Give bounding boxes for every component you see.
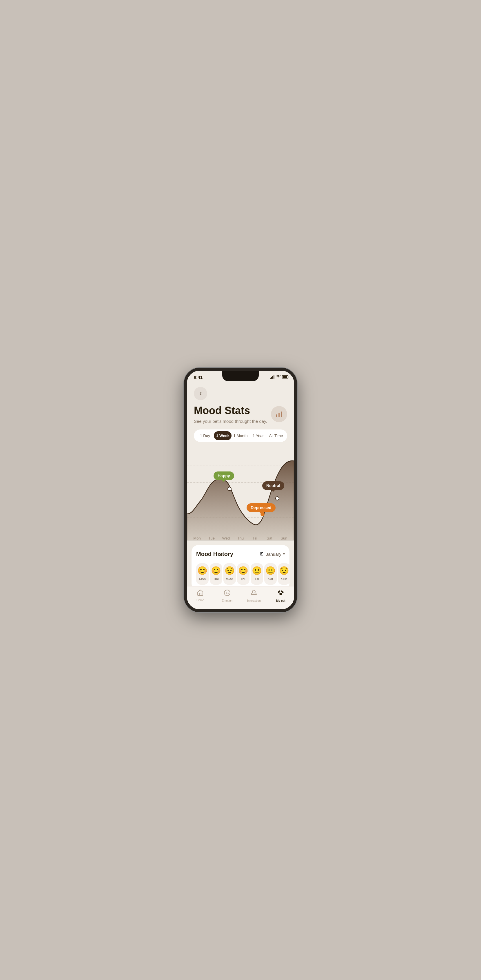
status-icons bbox=[270, 375, 288, 379]
mood-emoji-sat: 😐 bbox=[265, 567, 276, 575]
nav-interaction-label: Interaction bbox=[247, 599, 261, 602]
back-button[interactable] bbox=[194, 387, 207, 400]
day-label-mon: Mon bbox=[199, 577, 206, 581]
x-label-mon: Mon bbox=[190, 536, 204, 540]
svg-point-5 bbox=[228, 592, 228, 592]
header-row: Mood Stats See your pet's mood throught … bbox=[194, 405, 287, 424]
mood-emoji-sun: 😟 bbox=[279, 567, 289, 575]
filter-1week[interactable]: 1 Week bbox=[214, 431, 231, 440]
page-title: Mood Stats bbox=[194, 405, 267, 417]
day-label-sun: Sun bbox=[281, 577, 287, 581]
x-label-sun: Sun bbox=[277, 536, 291, 540]
month-name: January bbox=[266, 552, 281, 557]
notch bbox=[222, 371, 259, 381]
list-item: 😐 Fri bbox=[251, 563, 263, 585]
depressed-label: Depressed bbox=[247, 503, 276, 512]
nav-home[interactable]: Home bbox=[187, 589, 214, 602]
day-label-fri: Fri bbox=[255, 577, 259, 581]
signal-icon bbox=[270, 375, 275, 379]
svg-point-9 bbox=[282, 591, 284, 593]
home-icon bbox=[197, 589, 204, 597]
mood-emoji-fri: 😐 bbox=[252, 567, 262, 575]
chart-container: Happy Neutral Depressed Mon Tue Wed Thu … bbox=[187, 448, 294, 540]
x-label-thu: Thu bbox=[233, 536, 248, 540]
subtitle: See your pet's mood throught the day. bbox=[194, 419, 267, 424]
time-filter: 1 Day 1 Week 1 Month 1 Year All Time bbox=[194, 430, 287, 442]
neutral-dot bbox=[275, 496, 279, 500]
happy-dot bbox=[228, 487, 231, 491]
svg-point-4 bbox=[226, 592, 226, 592]
svg-point-8 bbox=[278, 591, 279, 593]
day-moods-row: 😊 Mon 😊 Tue 😟 Wed 😊 Thu bbox=[196, 563, 285, 585]
filter-1year[interactable]: 1 Year bbox=[250, 431, 267, 440]
mood-emoji-wed: 😟 bbox=[225, 567, 235, 575]
nav-home-label: Home bbox=[196, 598, 204, 602]
month-selector[interactable]: 🗓 January ▾ bbox=[260, 551, 285, 557]
list-item: 😊 Tue bbox=[210, 563, 222, 585]
list-item: 😟 Wed bbox=[223, 563, 236, 585]
history-title: Mood History bbox=[196, 551, 233, 557]
day-label-sat: Sat bbox=[268, 577, 273, 581]
svg-point-10 bbox=[279, 590, 280, 592]
calendar-icon: 🗓 bbox=[260, 551, 264, 557]
bottom-nav: Home Emotion bbox=[187, 586, 294, 609]
status-time: 9:41 bbox=[194, 375, 202, 380]
list-item: 😊 Thu bbox=[237, 563, 250, 585]
neutral-label: Neutral bbox=[262, 481, 284, 490]
day-label-wed: Wed bbox=[226, 577, 233, 581]
title-group: Mood Stats See your pet's mood throught … bbox=[194, 405, 267, 424]
wifi-icon bbox=[276, 375, 280, 379]
phone-shell: 9:41 bbox=[184, 368, 297, 612]
svg-rect-0 bbox=[276, 414, 277, 417]
depressed-dot bbox=[261, 512, 264, 516]
nav-interaction[interactable]: Interaction bbox=[240, 589, 268, 602]
list-item: 😊 Mon bbox=[196, 563, 209, 585]
mood-emoji-tue: 😊 bbox=[211, 567, 221, 575]
x-axis: Mon Tue Wed Thu Fri Sat Sun bbox=[187, 536, 294, 540]
interaction-icon bbox=[250, 589, 257, 598]
svg-point-3 bbox=[224, 590, 230, 596]
filter-alltime[interactable]: All Time bbox=[267, 431, 285, 440]
svg-point-7 bbox=[279, 593, 282, 595]
x-label-sat: Sat bbox=[262, 536, 277, 540]
filter-1day[interactable]: 1 Day bbox=[196, 431, 214, 440]
x-label-fri: Fri bbox=[248, 536, 262, 540]
mood-emoji-mon: 😊 bbox=[197, 567, 207, 575]
chart-area: Happy Neutral Depressed Mon Tue Wed Thu … bbox=[187, 448, 294, 540]
filter-1month[interactable]: 1 Month bbox=[231, 431, 249, 440]
battery-icon bbox=[282, 375, 288, 379]
mood-chart-svg bbox=[187, 448, 294, 540]
mood-emoji-thu: 😊 bbox=[238, 567, 248, 575]
x-label-wed: Wed bbox=[219, 536, 233, 540]
svg-rect-1 bbox=[279, 413, 280, 417]
list-item: 😐 Sat bbox=[264, 563, 277, 585]
paw-icon bbox=[277, 589, 284, 598]
screen-content: 9:41 bbox=[187, 371, 294, 609]
nav-mypet-label: My pet bbox=[276, 599, 285, 602]
svg-rect-2 bbox=[281, 412, 282, 417]
day-label-thu: Thu bbox=[240, 577, 246, 581]
chevron-down-icon: ▾ bbox=[283, 552, 285, 556]
history-header: Mood History 🗓 January ▾ bbox=[196, 551, 285, 557]
day-label-tue: Tue bbox=[213, 577, 219, 581]
nav-mypet[interactable]: My pet bbox=[268, 589, 295, 602]
chart-button[interactable] bbox=[271, 406, 287, 422]
mood-history-section: Mood History 🗓 January ▾ 😊 Mon 😊 Tue bbox=[191, 545, 290, 590]
nav-emotion[interactable]: Emotion bbox=[214, 589, 241, 602]
nav-emotion-label: Emotion bbox=[222, 599, 233, 602]
svg-point-11 bbox=[281, 590, 282, 592]
emotion-icon bbox=[224, 589, 231, 598]
list-item: 😟 Sun bbox=[278, 563, 290, 585]
happy-label: Happy bbox=[213, 471, 234, 480]
x-label-tue: Tue bbox=[204, 536, 219, 540]
